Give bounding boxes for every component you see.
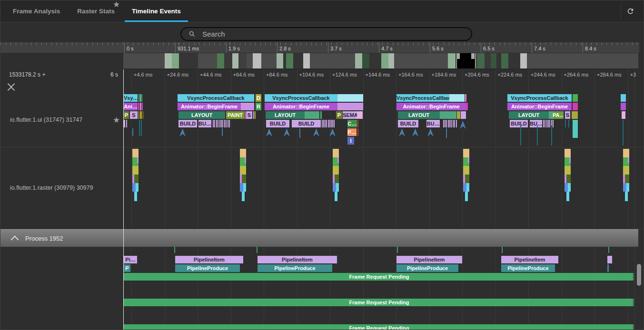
flame-bar-pi[interactable]: Pi… (124, 256, 137, 263)
flame-event-bar[interactable] (245, 111, 246, 119)
flame-bar-s[interactable]: S (246, 111, 252, 119)
flame-bar-layout[interactable]: LAYOUT (398, 111, 440, 119)
flame-event-bar[interactable] (214, 120, 215, 127)
frame-start-arrow-marker[interactable] (427, 128, 434, 136)
flame-bar-animator-beginframe[interactable]: Animator::BeginFrame (396, 103, 466, 110)
flame-bar-build[interactable]: BUILD (398, 120, 418, 127)
flame-event-bar[interactable] (548, 120, 549, 127)
viewport-drag-handle[interactable] (471, 53, 475, 59)
flame-event-bar[interactable] (325, 120, 326, 127)
flame-event-bar[interactable] (621, 94, 626, 102)
raster-event-bar[interactable] (240, 166, 246, 175)
raster-event-bar[interactable] (333, 166, 339, 175)
minimap-bar[interactable] (123, 53, 638, 68)
flame-event-bar[interactable] (553, 120, 554, 127)
flame-bar-layout[interactable]: LAYOUT (178, 111, 225, 119)
star-icon-raster-thread[interactable]: ★ (113, 0, 120, 9)
flame-event-bar[interactable] (546, 120, 547, 127)
raster-event-bar[interactable] (565, 149, 571, 157)
flame-event-bar[interactable] (357, 111, 363, 119)
raster-event-bar[interactable] (134, 192, 137, 201)
raster-event-bar[interactable] (242, 192, 245, 201)
raster-event-bar[interactable] (242, 175, 246, 183)
flame-event-bar[interactable] (337, 103, 363, 110)
flame-bar-c[interactable]: C… (347, 120, 357, 127)
raster-event-bar[interactable] (468, 157, 469, 163)
flame-bar-frame-request-pending[interactable]: Frame Request Pending (124, 273, 634, 281)
raster-event-bar[interactable] (136, 183, 139, 192)
raster-event-bar[interactable] (465, 175, 469, 183)
flame-bar-vsy[interactable]: Vsy… (124, 94, 138, 102)
flame-event-bar[interactable] (222, 120, 223, 127)
flame-bar-frame-request-pending[interactable]: Frame Request Pending (124, 299, 634, 306)
flame-bar-bu[interactable]: BU… (198, 120, 211, 127)
raster-event-bar[interactable] (335, 192, 337, 201)
flame-event-bar[interactable] (454, 120, 455, 127)
search-input[interactable] (201, 29, 441, 39)
flame-event-bar[interactable] (221, 120, 222, 127)
flame-event-bar[interactable] (213, 120, 214, 127)
flame-event-bar[interactable] (241, 103, 254, 110)
flame-bar-animator-beginframe[interactable]: Animator::BeginFrame (265, 103, 337, 110)
flame-bar-build[interactable]: BUILD (510, 120, 528, 127)
flame-event-bar[interactable] (357, 120, 358, 127)
raster-event-bar[interactable] (623, 149, 629, 157)
vertical-scrollbar-thumb[interactable] (637, 264, 641, 286)
raster-event-bar[interactable] (335, 175, 339, 183)
flame-bar-paint[interactable]: PAINT (226, 111, 244, 119)
flame-event-bar[interactable] (573, 94, 578, 102)
flame-bar-pipelineitem[interactable]: PipelineItem (501, 256, 558, 263)
flame-bar-pa[interactable]: PA… (553, 111, 564, 119)
flame-event-bar[interactable] (440, 111, 456, 119)
flame-bar-vsyncprocesscallback[interactable]: VsyncProcessCallback (396, 94, 449, 102)
flame-event-bar[interactable] (573, 103, 578, 110)
process-group-header[interactable]: Process 1952 (0, 229, 638, 247)
star-icon-ui-thread[interactable]: ★ (113, 116, 120, 124)
flame-bar-pipelineproduce[interactable]: PipelineProduce (501, 264, 555, 272)
flame-event-bar[interactable] (305, 111, 319, 119)
flame-event-bar[interactable] (142, 111, 144, 119)
flame-event-bar[interactable] (549, 111, 553, 119)
flame-bar-pipelineitem[interactable]: PipelineItem (175, 256, 243, 263)
flame-event-bar[interactable] (445, 120, 446, 127)
raster-event-bar[interactable] (243, 183, 246, 192)
frame-start-arrow-marker[interactable] (460, 121, 466, 129)
flame-bar-bu[interactable]: BU… (426, 120, 440, 127)
raster-event-bar[interactable] (240, 149, 246, 157)
flame-bar-d[interactable]: D (256, 94, 261, 102)
raster-event-bar[interactable] (336, 183, 339, 192)
flame-event-bar[interactable] (334, 120, 335, 127)
flame-event-bar[interactable] (320, 111, 322, 119)
flame-event-bar[interactable] (322, 120, 323, 127)
frame-start-arrow-marker[interactable] (412, 128, 418, 136)
raster-event-bar[interactable] (333, 183, 336, 192)
flame-event-bar[interactable] (329, 120, 330, 127)
flame-event-bar[interactable] (451, 120, 452, 127)
flame-event-bar[interactable] (323, 120, 324, 127)
search-bar[interactable] (180, 27, 472, 41)
flame-event-bar[interactable] (140, 103, 141, 110)
raster-event-bar[interactable] (240, 183, 243, 192)
flame-event-bar[interactable] (140, 94, 141, 102)
frame-start-arrow-marker[interactable] (284, 128, 290, 136)
frame-start-arrow-marker[interactable] (399, 128, 405, 136)
flame-bar-p[interactable]: P… (347, 128, 357, 136)
flame-event-bar[interactable] (465, 94, 466, 102)
flame-bar-layout[interactable]: LAYOUT (266, 111, 305, 119)
flame-event-bar[interactable] (332, 120, 333, 127)
flame-event-bar[interactable] (226, 120, 227, 127)
raster-event-bar[interactable] (626, 183, 629, 192)
raster-event-bar[interactable] (623, 183, 626, 192)
flame-event-bar[interactable] (607, 264, 609, 272)
flame-event-bar[interactable] (224, 120, 225, 127)
frame-start-arrow-marker[interactable] (266, 128, 272, 136)
raster-event-bar[interactable] (245, 157, 246, 163)
raster-event-bar[interactable] (463, 166, 469, 175)
raster-event-bar[interactable] (337, 157, 339, 163)
flame-bar-s[interactable]: S (130, 111, 138, 119)
viewport-drag-handle[interactable] (456, 53, 460, 59)
expand-all-button[interactable] (8, 87, 15, 94)
raster-event-bar[interactable] (566, 175, 571, 183)
flame-bar-layout[interactable]: LAYOUT (509, 111, 549, 119)
flame-event-bar[interactable] (138, 111, 139, 119)
